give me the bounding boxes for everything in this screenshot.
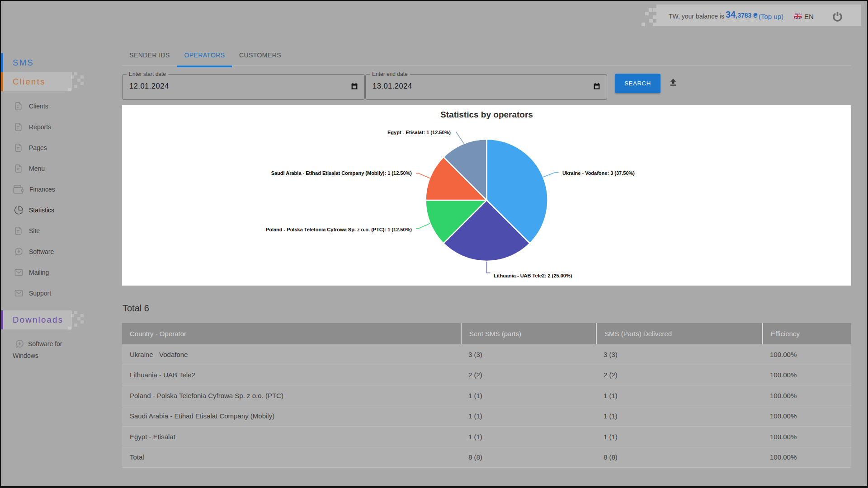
svg-text:Ukraine - Vodafone: 3 (37.50%): Ukraine - Vodafone: 3 (37.50%) — [562, 170, 635, 176]
svg-text:Egypt - Etisalat: 1 (12.50%): Egypt - Etisalat: 1 (12.50%) — [387, 130, 451, 135]
svg-text:Poland - Polska Telefonia Cyfr: Poland - Polska Telefonia Cyfrowa Sp. z … — [266, 227, 412, 232]
svg-text:Saudi Arabia - Etihad Etisalat: Saudi Arabia - Etihad Etisalat Company (… — [271, 170, 412, 176]
svg-text:Lithuania - UAB Tele2: 2 (25.0: Lithuania - UAB Tele2: 2 (25.00%) — [494, 273, 572, 278]
